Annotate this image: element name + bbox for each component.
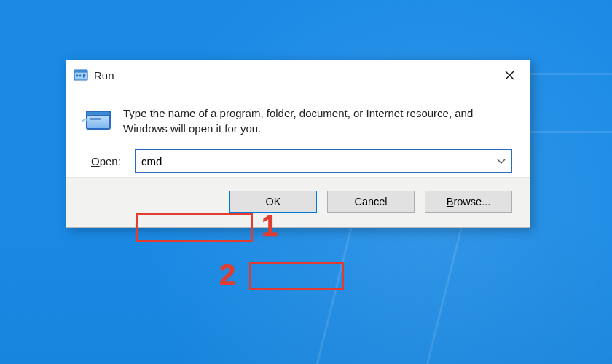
open-input[interactable]	[141, 150, 506, 172]
svg-rect-8	[90, 118, 101, 120]
svg-point-2	[76, 75, 79, 77]
browse-button[interactable]: Browse...	[425, 191, 512, 213]
run-illustration-icon	[82, 107, 114, 136]
ok-button[interactable]: OK	[230, 191, 317, 213]
button-bar: OK Cancel Browse...	[66, 177, 530, 227]
dialog-content: Type the name of a program, folder, docu…	[66, 90, 530, 139]
open-label: Open:	[91, 155, 126, 167]
titlebar: Run	[66, 60, 530, 90]
browse-button-label: Browse...	[447, 196, 490, 207]
chevron-down-icon[interactable]	[497, 157, 506, 165]
cancel-button-label: Cancel	[354, 196, 387, 207]
close-button[interactable]	[493, 61, 525, 89]
run-dialog: Run Type the name of a progra	[66, 60, 530, 228]
svg-point-3	[79, 75, 82, 77]
cancel-button[interactable]: Cancel	[327, 191, 415, 213]
close-icon	[505, 71, 514, 80]
svg-rect-1	[74, 70, 87, 73]
annotation-number-2: 2	[219, 258, 235, 291]
dialog-title: Run	[94, 69, 114, 82]
annotation-highlight-ok	[249, 262, 344, 290]
run-app-icon	[74, 68, 88, 82]
ok-button-label: OK	[266, 196, 281, 207]
svg-rect-7	[87, 111, 110, 116]
open-combobox[interactable]	[135, 149, 512, 173]
dialog-description: Type the name of a program, folder, docu…	[123, 106, 512, 136]
open-row: Open:	[66, 139, 530, 177]
